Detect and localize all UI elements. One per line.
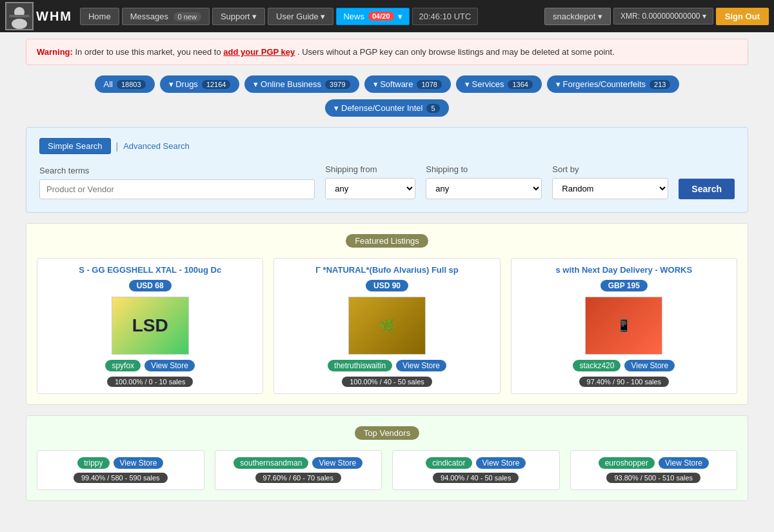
warning-text2: . Users wihout a PGP key can only browse… bbox=[297, 47, 615, 57]
vendor-card: cindicator View Store 94.00% / 40 - 50 s… bbox=[392, 450, 560, 490]
view-store-button[interactable]: View Store bbox=[624, 360, 675, 371]
vendor-row: cindicator View Store bbox=[426, 457, 526, 469]
view-store-button[interactable]: View Store bbox=[144, 360, 195, 371]
news-badge: 04/20 bbox=[368, 12, 394, 21]
listing-price: USD 68 bbox=[129, 280, 172, 291]
pgp-link[interactable]: add your PGP key bbox=[223, 47, 295, 57]
shipping-from-label: Shipping from bbox=[325, 164, 415, 174]
category-btn-online-business[interactable]: ▾ Online Business 3979 bbox=[244, 75, 359, 93]
simple-search-tab[interactable]: Simple Search bbox=[39, 138, 111, 154]
listing-title[interactable]: S - GG EGGSHELL XTAL - 100ug Dc bbox=[44, 265, 256, 275]
userguide-button[interactable]: User Guide ▾ bbox=[268, 8, 333, 25]
vendor-view-store-button[interactable]: View Store bbox=[659, 457, 709, 469]
search-tabs: Simple Search | Advanced Search bbox=[39, 138, 735, 154]
vendor-tag[interactable]: spyfox bbox=[105, 360, 141, 371]
listing-card: S - GG EGGSHELL XTAL - 100ug Dc USD 68 L… bbox=[37, 258, 263, 394]
search-fields: Search terms Shipping from any Shipping … bbox=[39, 164, 735, 199]
vendor-tag[interactable]: stackz420 bbox=[573, 360, 620, 371]
search-input[interactable] bbox=[39, 179, 315, 199]
shipping-from-group: Shipping from any bbox=[325, 164, 415, 199]
home-button[interactable]: Home bbox=[80, 8, 119, 25]
search-button[interactable]: Search bbox=[679, 179, 735, 199]
search-terms-group: Search terms bbox=[39, 166, 315, 199]
listing-title[interactable]: Γ *NATURAL*(Bufo Alvarius) Full sp bbox=[281, 265, 493, 275]
view-store-button[interactable]: View Store bbox=[396, 360, 446, 371]
category-btn-all[interactable]: All 18803 bbox=[95, 75, 155, 93]
featured-listings-panel: Featured Listings S - GG EGGSHELL XTAL -… bbox=[26, 223, 748, 405]
category-btn-services[interactable]: ▾ Services 1364 bbox=[456, 75, 542, 93]
logo-box: WHM bbox=[5, 2, 72, 30]
listings-grid: S - GG EGGSHELL XTAL - 100ug Dc USD 68 L… bbox=[37, 258, 737, 394]
svg-rect-3 bbox=[9, 15, 30, 17]
news-button[interactable]: News 04/20 ▾ bbox=[336, 8, 409, 25]
vendor-card: euroshopper View Store 93.80% / 500 - 51… bbox=[570, 450, 738, 490]
listing-vendor-row: spyfox View Store bbox=[105, 360, 195, 371]
vendor-row: southernsandman View Store bbox=[233, 457, 362, 469]
xmr-balance: XMR: 0.000000000000 ▾ bbox=[613, 8, 713, 25]
vendor-stats: 97.60% / 60 - 70 sales bbox=[255, 473, 341, 483]
shipping-to-label: Shipping to bbox=[426, 164, 542, 174]
listing-price: USD 90 bbox=[366, 280, 408, 291]
vendor-name[interactable]: southernsandman bbox=[233, 457, 308, 469]
signout-button[interactable]: Sign Out bbox=[716, 8, 769, 25]
listing-image: 🌿 bbox=[348, 297, 426, 355]
warning-label: Warning: bbox=[37, 47, 73, 57]
top-vendors-badge: Top Vendors bbox=[355, 426, 419, 440]
top-vendors-panel: Top Vendors trippy View Store 99.40% / 5… bbox=[26, 415, 748, 501]
warning-banner: Warning: In order to use this market, yo… bbox=[26, 39, 748, 65]
vendor-view-store-button[interactable]: View Store bbox=[476, 457, 526, 469]
listing-image: LSD bbox=[112, 297, 189, 355]
shipping-to-group: Shipping to any bbox=[426, 164, 542, 199]
category-filters: All 18803▾ Drugs 12164▾ Online Business … bbox=[26, 75, 748, 93]
main-content: Warning: In order to use this market, yo… bbox=[19, 32, 755, 518]
logo-text: WHM bbox=[36, 9, 72, 24]
support-button[interactable]: Support ▾ bbox=[212, 8, 265, 25]
logo-icon bbox=[5, 2, 34, 30]
listing-card: Γ *NATURAL*(Bufo Alvarius) Full sp USD 9… bbox=[273, 258, 500, 394]
vendor-tag[interactable]: thetruthiswaitin bbox=[328, 360, 392, 371]
listing-stats: 100.00% / 0 - 10 sales bbox=[107, 377, 193, 387]
search-section: Simple Search | Advanced Search Search t… bbox=[26, 127, 748, 213]
vendor-row: euroshopper View Store bbox=[599, 457, 709, 469]
listing-stats: 100.00% / 40 - 50 sales bbox=[342, 377, 432, 387]
vendor-name[interactable]: euroshopper bbox=[599, 457, 655, 469]
shipping-from-select[interactable]: any bbox=[325, 178, 415, 199]
listing-card: s with Next Day Delivery - WORKS GBP 195… bbox=[511, 258, 737, 394]
category-row2: ▾ Defense/Counter Intel 5 bbox=[26, 99, 748, 117]
user-menu-button[interactable]: snackdepot ▾ bbox=[544, 8, 611, 25]
featured-listings-header: Featured Listings bbox=[37, 234, 737, 248]
vendor-stats: 99.40% / 580 - 590 sales bbox=[74, 473, 168, 483]
category-btn-drugs[interactable]: ▾ Drugs 12164 bbox=[160, 75, 240, 93]
shipping-to-select[interactable]: any bbox=[426, 178, 542, 199]
category-btn-forgeries/counterfeits[interactable]: ▾ Forgeries/Counterfeits 213 bbox=[547, 75, 680, 93]
vendor-stats: 94.00% / 40 - 50 sales bbox=[433, 473, 519, 483]
featured-listings-badge: Featured Listings bbox=[346, 234, 428, 248]
tab-divider: | bbox=[116, 141, 119, 152]
vendors-grid: trippy View Store 99.40% / 580 - 590 sal… bbox=[37, 450, 737, 490]
sort-by-select[interactable]: Random bbox=[552, 178, 668, 199]
navbar: WHM Home Messages 0 new Support ▾ User G… bbox=[0, 0, 774, 32]
listing-image-lsd: LSD bbox=[112, 297, 188, 354]
category-btn-software[interactable]: ▾ Software 1078 bbox=[364, 75, 451, 93]
listing-image: 📱 bbox=[585, 297, 662, 355]
advanced-search-tab[interactable]: Advanced Search bbox=[123, 141, 190, 151]
vendor-view-store-button[interactable]: View Store bbox=[312, 457, 362, 469]
vendor-name[interactable]: cindicator bbox=[426, 457, 471, 469]
svg-point-2 bbox=[12, 19, 27, 29]
listing-image-electronics: 📱 bbox=[586, 297, 662, 354]
listing-title[interactable]: s with Next Day Delivery - WORKS bbox=[518, 265, 730, 275]
vendor-stats: 93.80% / 500 - 510 sales bbox=[606, 473, 700, 483]
time-display: 20:46:10 UTC bbox=[412, 8, 479, 25]
vendor-card: trippy View Store 99.40% / 580 - 590 sal… bbox=[37, 450, 204, 490]
listing-stats: 97.40% / 90 - 100 sales bbox=[579, 377, 670, 387]
top-vendors-header: Top Vendors bbox=[37, 426, 737, 440]
vendor-row: trippy View Store bbox=[77, 457, 163, 469]
category-btn-defense[interactable]: ▾ Defense/Counter Intel 5 bbox=[325, 99, 448, 117]
vendor-name[interactable]: trippy bbox=[77, 457, 109, 469]
search-terms-label: Search terms bbox=[39, 166, 315, 175]
sort-by-group: Sort by Random bbox=[552, 164, 668, 199]
messages-button[interactable]: Messages 0 new bbox=[122, 8, 210, 25]
vendor-view-store-button[interactable]: View Store bbox=[114, 457, 164, 469]
sort-by-label: Sort by bbox=[552, 164, 668, 174]
listing-image-natural: 🌿 bbox=[349, 297, 425, 354]
